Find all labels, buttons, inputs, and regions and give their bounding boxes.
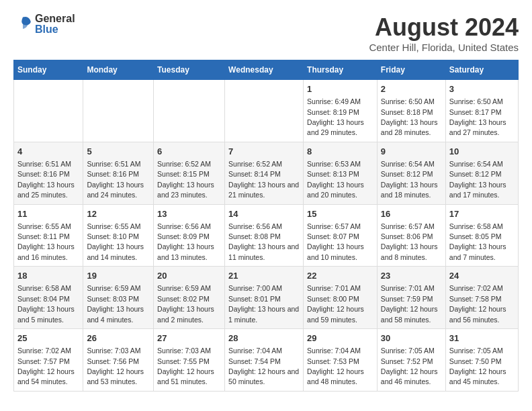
cell-info: Sunrise: 7:04 AMSunset: 7:54 PMDaylight:… <box>228 347 299 385</box>
day-number: 5 <box>87 146 150 158</box>
cell-info: Sunrise: 7:02 AMSunset: 7:58 PMDaylight:… <box>449 284 506 323</box>
week-row-3: 11Sunrise: 6:55 AMSunset: 8:11 PMDayligh… <box>14 204 519 267</box>
cell-w5-d4: 28Sunrise: 7:04 AMSunset: 7:54 PMDayligh… <box>225 329 304 392</box>
week-row-2: 4Sunrise: 6:51 AMSunset: 8:16 PMDaylight… <box>14 142 519 204</box>
col-monday: Monday <box>83 60 154 80</box>
cell-info: Sunrise: 6:59 AMSunset: 8:02 PMDaylight:… <box>157 284 214 323</box>
cell-w4-d6: 23Sunrise: 7:01 AMSunset: 7:59 PMDayligh… <box>377 267 445 329</box>
cell-w4-d4: 21Sunrise: 7:00 AMSunset: 8:01 PMDayligh… <box>225 267 304 329</box>
day-number: 26 <box>87 332 150 345</box>
cell-info: Sunrise: 7:01 AMSunset: 8:00 PMDaylight:… <box>307 284 364 323</box>
cell-info: Sunrise: 6:57 AMSunset: 8:06 PMDaylight:… <box>381 222 438 261</box>
cell-w4-d7: 24Sunrise: 7:02 AMSunset: 7:58 PMDayligh… <box>445 267 518 329</box>
cell-w3-d3: 13Sunrise: 6:56 AMSunset: 8:09 PMDayligh… <box>154 204 225 267</box>
cell-info: Sunrise: 6:51 AMSunset: 8:16 PMDaylight:… <box>17 160 75 199</box>
calendar-body: 1Sunrise: 6:49 AMSunset: 8:19 PMDaylight… <box>14 80 519 392</box>
day-number: 22 <box>307 270 373 282</box>
cell-w1-d3 <box>154 80 225 142</box>
cell-w2-d1: 4Sunrise: 6:51 AMSunset: 8:16 PMDaylight… <box>14 142 83 204</box>
cell-info: Sunrise: 7:05 AMSunset: 7:50 PMDaylight:… <box>449 347 506 385</box>
cell-info: Sunrise: 6:57 AMSunset: 8:07 PMDaylight:… <box>307 222 364 261</box>
cell-info: Sunrise: 6:52 AMSunset: 8:15 PMDaylight:… <box>157 160 214 199</box>
day-number: 8 <box>307 146 373 158</box>
cell-w1-d1 <box>14 80 83 142</box>
cell-w5-d7: 31Sunrise: 7:05 AMSunset: 7:50 PMDayligh… <box>445 329 518 392</box>
cell-w3-d7: 17Sunrise: 6:58 AMSunset: 8:05 PMDayligh… <box>445 204 518 267</box>
week-row-1: 1Sunrise: 6:49 AMSunset: 8:19 PMDaylight… <box>14 80 519 142</box>
day-number: 17 <box>449 208 515 220</box>
cell-w3-d2: 12Sunrise: 6:55 AMSunset: 8:10 PMDayligh… <box>83 204 154 267</box>
day-number: 19 <box>87 270 150 282</box>
cell-info: Sunrise: 6:56 AMSunset: 8:08 PMDaylight:… <box>228 222 299 261</box>
cell-info: Sunrise: 6:53 AMSunset: 8:13 PMDaylight:… <box>307 160 364 199</box>
cell-info: Sunrise: 6:58 AMSunset: 8:04 PMDaylight:… <box>17 284 75 323</box>
logo: General Blue <box>13 13 75 35</box>
cell-info: Sunrise: 6:54 AMSunset: 8:12 PMDaylight:… <box>381 160 438 199</box>
cell-w2-d3: 6Sunrise: 6:52 AMSunset: 8:15 PMDaylight… <box>154 142 225 204</box>
calendar-header: Sunday Monday Tuesday Wednesday Thursday… <box>14 60 519 80</box>
cell-info: Sunrise: 6:51 AMSunset: 8:16 PMDaylight:… <box>87 160 144 199</box>
cell-w2-d2: 5Sunrise: 6:51 AMSunset: 8:16 PMDaylight… <box>83 142 154 204</box>
col-sunday: Sunday <box>14 60 83 80</box>
day-number: 18 <box>17 270 79 282</box>
day-number: 16 <box>381 208 442 220</box>
cell-info: Sunrise: 7:00 AMSunset: 8:01 PMDaylight:… <box>228 284 299 323</box>
cell-w2-d7: 10Sunrise: 6:54 AMSunset: 8:12 PMDayligh… <box>445 142 518 204</box>
cell-info: Sunrise: 6:50 AMSunset: 8:17 PMDaylight:… <box>449 97 506 136</box>
cell-w1-d2 <box>83 80 154 142</box>
cell-info: Sunrise: 6:50 AMSunset: 8:18 PMDaylight:… <box>381 97 438 136</box>
col-friday: Friday <box>377 60 445 80</box>
day-number: 25 <box>17 332 79 345</box>
day-number: 13 <box>157 208 221 220</box>
day-number: 27 <box>157 332 221 345</box>
cell-w2-d4: 7Sunrise: 6:52 AMSunset: 8:14 PMDaylight… <box>225 142 304 204</box>
cell-w1-d7: 3Sunrise: 6:50 AMSunset: 8:17 PMDaylight… <box>445 80 518 142</box>
cell-info: Sunrise: 6:59 AMSunset: 8:03 PMDaylight:… <box>87 284 144 323</box>
week-row-5: 25Sunrise: 7:02 AMSunset: 7:57 PMDayligh… <box>14 329 519 392</box>
cell-info: Sunrise: 6:54 AMSunset: 8:12 PMDaylight:… <box>449 160 506 199</box>
cell-info: Sunrise: 7:03 AMSunset: 7:55 PMDaylight:… <box>157 347 214 385</box>
subtitle: Center Hill, Florida, United States <box>369 42 519 53</box>
cell-info: Sunrise: 6:58 AMSunset: 8:05 PMDaylight:… <box>449 222 506 261</box>
col-tuesday: Tuesday <box>154 60 225 80</box>
cell-w4-d5: 22Sunrise: 7:01 AMSunset: 8:00 PMDayligh… <box>304 267 378 329</box>
logo-blue: Blue <box>35 24 75 35</box>
cell-w3-d1: 11Sunrise: 6:55 AMSunset: 8:11 PMDayligh… <box>14 204 83 267</box>
cell-w5-d1: 25Sunrise: 7:02 AMSunset: 7:57 PMDayligh… <box>14 329 83 392</box>
week-row-4: 18Sunrise: 6:58 AMSunset: 8:04 PMDayligh… <box>14 267 519 329</box>
cell-info: Sunrise: 6:55 AMSunset: 8:10 PMDaylight:… <box>87 222 144 261</box>
day-number: 24 <box>449 270 515 282</box>
day-number: 15 <box>307 208 373 220</box>
calendar-table: Sunday Monday Tuesday Wednesday Thursday… <box>13 60 519 392</box>
day-number: 11 <box>17 208 79 220</box>
day-number: 23 <box>381 270 442 282</box>
logo-general: General <box>35 13 75 24</box>
cell-w5-d3: 27Sunrise: 7:03 AMSunset: 7:55 PMDayligh… <box>154 329 225 392</box>
day-number: 28 <box>228 332 300 345</box>
day-number: 9 <box>381 146 442 158</box>
cell-w4-d2: 19Sunrise: 6:59 AMSunset: 8:03 PMDayligh… <box>83 267 154 329</box>
col-saturday: Saturday <box>445 60 518 80</box>
day-number: 30 <box>381 332 442 345</box>
day-number: 12 <box>87 208 150 220</box>
cell-w2-d5: 8Sunrise: 6:53 AMSunset: 8:13 PMDaylight… <box>304 142 378 204</box>
day-number: 21 <box>228 270 300 282</box>
cell-w2-d6: 9Sunrise: 6:54 AMSunset: 8:12 PMDaylight… <box>377 142 445 204</box>
header-row: Sunday Monday Tuesday Wednesday Thursday… <box>14 60 519 80</box>
cell-info: Sunrise: 6:49 AMSunset: 8:19 PMDaylight:… <box>307 97 364 136</box>
cell-w1-d6: 2Sunrise: 6:50 AMSunset: 8:18 PMDaylight… <box>377 80 445 142</box>
cell-w5-d5: 29Sunrise: 7:04 AMSunset: 7:53 PMDayligh… <box>304 329 378 392</box>
cell-w3-d5: 15Sunrise: 6:57 AMSunset: 8:07 PMDayligh… <box>304 204 378 267</box>
cell-info: Sunrise: 7:04 AMSunset: 7:53 PMDaylight:… <box>307 347 364 385</box>
day-number: 10 <box>449 146 515 158</box>
day-number: 6 <box>157 146 221 158</box>
cell-w1-d5: 1Sunrise: 6:49 AMSunset: 8:19 PMDaylight… <box>304 80 378 142</box>
logo-icon <box>13 15 32 34</box>
day-number: 3 <box>449 83 515 95</box>
day-number: 20 <box>157 270 221 282</box>
page-header: General Blue August 2024 Center Hill, Fl… <box>13 13 519 53</box>
col-wednesday: Wednesday <box>225 60 304 80</box>
day-number: 31 <box>449 332 515 345</box>
cell-w5-d6: 30Sunrise: 7:05 AMSunset: 7:52 PMDayligh… <box>377 329 445 392</box>
cell-info: Sunrise: 7:03 AMSunset: 7:56 PMDaylight:… <box>87 347 144 385</box>
